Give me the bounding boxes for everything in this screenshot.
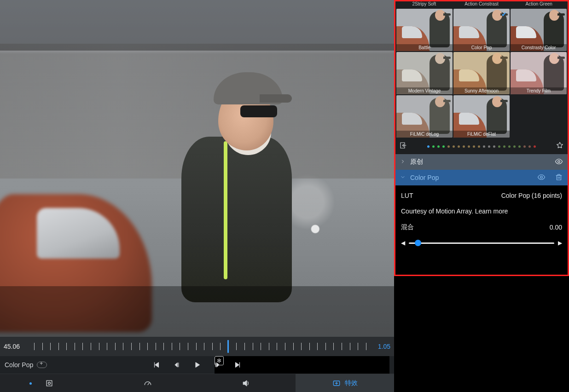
fx-top-label-0: 2Stripy Soft (395, 1, 453, 8)
colorpop-visibility-toggle[interactable] (537, 173, 546, 183)
timeline-ruler[interactable] (31, 340, 369, 352)
transport-controls (152, 361, 242, 369)
courtesy-text[interactable]: Courtesy of Motion Array. Learn more (401, 208, 562, 215)
import-lut-button[interactable] (399, 141, 407, 151)
pager-dot[interactable] (427, 145, 430, 148)
pager-dot[interactable] (534, 145, 536, 148)
section-colorpop-label: Color Pop (410, 174, 439, 181)
add-clip-button[interactable] (37, 362, 47, 368)
timeline[interactable]: 45.06 1.05 (0, 337, 394, 356)
colorpop-delete-button[interactable] (555, 173, 563, 183)
preview-bottom-shade (0, 286, 394, 337)
preset-caption: Battle (396, 44, 453, 51)
fx-preset-filmic-deflat[interactable]: FiLMiC deFlat (453, 95, 510, 138)
pager-dot[interactable] (458, 145, 460, 148)
play-button[interactable] (193, 361, 201, 369)
pager-dot[interactable] (498, 145, 500, 148)
chevron-right-icon (400, 158, 406, 166)
mix-label: 混合 (401, 223, 414, 231)
timeline-tick (91, 343, 91, 350)
pager-dot[interactable] (447, 145, 450, 148)
timeline-tick (123, 343, 123, 350)
timeline-tick (66, 343, 67, 350)
jump-start-button[interactable] (152, 361, 161, 369)
pager-dot[interactable] (453, 145, 455, 148)
fx-preset-sunny-afternoon[interactable]: Sunny Afternoon (453, 52, 510, 94)
pager-dot[interactable] (503, 145, 505, 148)
timeline-tick (244, 343, 245, 350)
pager-dot[interactable] (463, 145, 465, 148)
timeline-tick (358, 343, 358, 350)
timeline-tick (277, 343, 277, 350)
mix-track[interactable] (409, 242, 554, 244)
fx-grid: Battle✔Color PopConstrasty ColorModern V… (395, 8, 568, 138)
pager-dots[interactable] (409, 145, 554, 148)
timeline-tick (220, 343, 221, 350)
lut-value: Color Pop (16 points) (501, 192, 562, 199)
original-visibility-toggle[interactable] (555, 157, 563, 167)
fx-preset-trendy-film[interactable]: Trendy Film (511, 52, 567, 94)
section-original[interactable]: 原创 (395, 154, 568, 170)
fx-preset-color-pop[interactable]: ✔Color Pop (453, 9, 510, 51)
tab-speed[interactable] (99, 374, 197, 392)
pager-dot[interactable] (442, 145, 445, 148)
tab-crop-indicator (29, 382, 32, 385)
video-preview[interactable] (0, 0, 394, 337)
pager-dot[interactable] (513, 145, 516, 148)
mix-slider[interactable]: ◀ ▶ (401, 240, 562, 246)
pager-dot[interactable] (483, 145, 485, 148)
fx-top-label-1: Action Constrast (453, 1, 511, 8)
pager-dot[interactable] (437, 145, 440, 148)
pager-dot[interactable] (518, 145, 521, 148)
timeline-tick (139, 343, 140, 350)
tab-crop[interactable] (0, 374, 99, 392)
pager-dot[interactable] (523, 145, 526, 148)
step-back-button[interactable] (173, 361, 181, 369)
favorite-button[interactable] (556, 141, 564, 151)
fx-preset-filmic-delog[interactable]: FiLMiC deLog (396, 95, 453, 138)
timeline-tick (107, 343, 107, 350)
mix-value: 0.00 (550, 224, 562, 231)
fx-preset-battle[interactable]: Battle (396, 9, 453, 51)
step-forward-button[interactable] (213, 361, 221, 369)
clip-name-row: Color Pop (5, 361, 47, 369)
mix-row: 混合 0.00 (401, 223, 562, 231)
pager-dot[interactable] (432, 145, 435, 148)
timeline-tick (236, 343, 237, 350)
jump-end-button[interactable] (233, 361, 242, 369)
timeline-total: 1.05 (369, 343, 390, 350)
svg-point-5 (540, 176, 543, 178)
pager-dot[interactable] (508, 145, 511, 148)
pager-dot[interactable] (478, 145, 480, 148)
mix-thumb[interactable] (415, 240, 421, 246)
fx-preset-modern-vintage[interactable]: Modern Vintage (396, 52, 453, 94)
timeline-tick (131, 343, 132, 350)
effects-panel: 2Stripy Soft Action Constrast Action Gre… (394, 0, 569, 276)
tab-audio[interactable] (197, 374, 296, 392)
timeline-tick (188, 343, 188, 350)
timeline-tick (147, 343, 148, 350)
timeline-tick (261, 343, 261, 350)
section-colorpop[interactable]: Color Pop (395, 170, 568, 185)
pager-dot[interactable] (488, 145, 490, 148)
pager-dot[interactable] (468, 145, 470, 148)
mix-increment[interactable]: ▶ (558, 240, 562, 246)
effects-icon (332, 379, 341, 388)
scene-brim (260, 94, 292, 103)
timeline-cursor[interactable] (227, 340, 229, 353)
preset-caption: Modern Vintage (396, 87, 453, 94)
timeline-tick (156, 343, 156, 350)
timeline-tick (325, 343, 326, 350)
lut-row: LUT Color Pop (16 points) (401, 192, 562, 199)
pager-dot[interactable] (493, 145, 495, 148)
fx-preset-constrasty-color[interactable]: Constrasty Color (511, 9, 567, 51)
timeline-tick (50, 343, 51, 350)
timeline-tick (163, 343, 164, 350)
pager-dot[interactable] (528, 145, 531, 148)
mix-decrement[interactable]: ◀ (401, 240, 405, 246)
pager-dot[interactable] (473, 145, 475, 148)
svg-rect-0 (46, 380, 52, 386)
tab-effects[interactable]: 特效 (296, 374, 394, 392)
preview-top-shade (0, 0, 394, 51)
playbar: Color Pop ✻ (0, 356, 394, 374)
